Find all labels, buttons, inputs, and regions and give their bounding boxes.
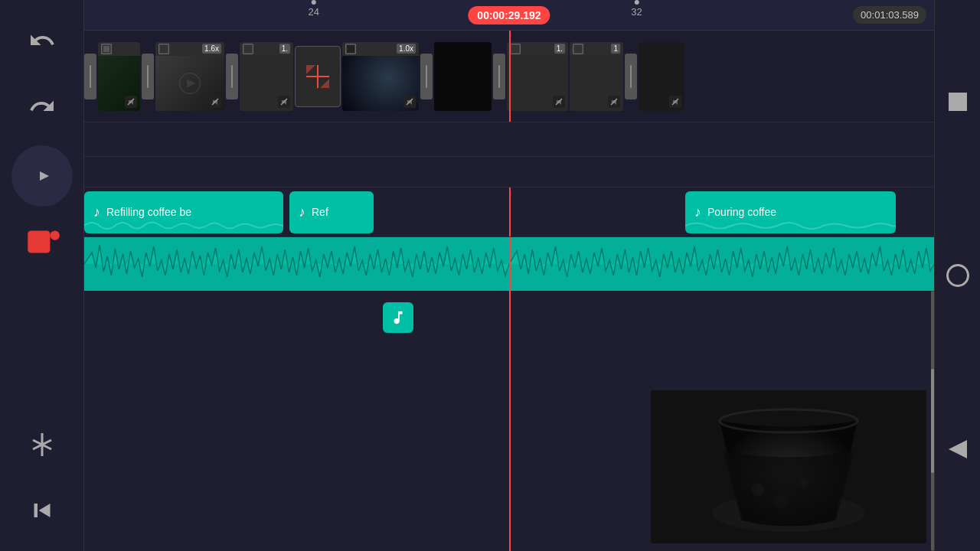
video-clip-7[interactable]: 1. xyxy=(507,42,568,111)
svg-marker-9 xyxy=(38,504,50,517)
skip-start-icon xyxy=(28,497,56,524)
scroll-indicator[interactable] xyxy=(931,291,934,551)
svg-line-7 xyxy=(33,445,42,449)
video-clip-9[interactable] xyxy=(639,42,684,111)
svg-line-5 xyxy=(33,440,42,445)
film-icon-2 xyxy=(158,44,169,54)
film-icon-7 xyxy=(510,44,521,54)
right-sidebar xyxy=(934,0,980,551)
waveform-1 xyxy=(84,218,283,233)
timeline-header: 24 00:00:29.192 32 00:01:03.589 xyxy=(84,0,934,31)
music-note-icon-2: ♪ xyxy=(299,204,305,220)
split-button[interactable] xyxy=(15,418,69,471)
clip-handle-3[interactable] xyxy=(226,54,238,99)
svg-marker-25 xyxy=(306,65,315,74)
svg-marker-48 xyxy=(949,440,967,458)
mute-icon-5 xyxy=(403,96,416,108)
clip-handle-9[interactable] xyxy=(625,54,637,99)
waveform-3 xyxy=(685,218,896,233)
playhead-bottom xyxy=(509,291,511,551)
record-icon xyxy=(23,223,61,261)
svg-rect-12 xyxy=(103,46,109,52)
mute-icon-1 xyxy=(125,96,137,108)
empty-track-2 xyxy=(84,157,934,187)
svg-rect-10 xyxy=(34,504,38,517)
speed-badge-7: 1. xyxy=(554,44,565,54)
speed-badge-2: 1.6x xyxy=(202,44,221,54)
video-clip-2[interactable]: 1.6x xyxy=(155,42,224,111)
clip-handle-2[interactable] xyxy=(142,54,154,99)
clip-handle-1[interactable] xyxy=(84,54,96,99)
mute-icon-2 xyxy=(209,96,221,108)
video-clip-5[interactable]: 1.0x xyxy=(342,42,419,111)
skip-start-button[interactable] xyxy=(15,484,69,537)
svg-rect-33 xyxy=(574,45,582,53)
record-button[interactable] xyxy=(19,219,65,265)
svg-point-45 xyxy=(773,494,789,509)
video-clip-1[interactable] xyxy=(98,42,140,111)
circle-button[interactable] xyxy=(931,249,981,302)
current-time-badge: 00:00:29.192 xyxy=(468,6,550,24)
music-clip-2[interactable]: ♪ Ref xyxy=(289,191,374,233)
stop-icon xyxy=(944,88,972,116)
mute-icon-8 xyxy=(608,96,620,108)
left-sidebar xyxy=(0,0,84,551)
transition-clip[interactable] xyxy=(295,46,341,107)
preview-image xyxy=(651,390,926,543)
video-clip-6[interactable] xyxy=(434,42,492,111)
svg-rect-30 xyxy=(511,45,519,53)
playhead-waveform xyxy=(509,237,511,291)
svg-line-8 xyxy=(42,445,51,449)
music-clip-1[interactable]: ♪ Refilling coffee be xyxy=(84,191,283,233)
video-track: 1.6x 1. xyxy=(84,31,934,122)
svg-rect-27 xyxy=(347,45,354,53)
film-icon-1 xyxy=(101,44,112,54)
svg-point-47 xyxy=(947,265,968,285)
svg-rect-2 xyxy=(28,230,50,253)
redo-button[interactable] xyxy=(15,80,69,133)
video-clip-8[interactable]: 1 xyxy=(570,42,623,111)
svg-rect-46 xyxy=(949,93,967,111)
svg-point-3 xyxy=(50,230,60,240)
svg-line-6 xyxy=(42,440,51,445)
timeline-area: 24 00:00:29.192 32 00:01:03.589 xyxy=(84,0,934,551)
stop-button[interactable] xyxy=(931,75,981,129)
preview-thumbnail xyxy=(651,390,926,543)
music-clips-row: ♪ Refilling coffee be ♪ Ref ♪ Pouring co… xyxy=(84,187,934,237)
speed-badge-3: 1. xyxy=(279,44,290,54)
bottom-tracks xyxy=(84,291,934,551)
time-marker-24: 24 xyxy=(308,0,318,18)
video-clip-3[interactable]: 1. xyxy=(240,42,293,111)
svg-marker-17 xyxy=(187,79,195,87)
redo-icon xyxy=(28,93,56,120)
play-icon xyxy=(28,162,56,190)
circle-icon xyxy=(944,262,972,289)
music-float-icon xyxy=(390,309,407,326)
svg-rect-20 xyxy=(244,45,252,53)
playhead-music xyxy=(509,187,511,236)
back-button[interactable] xyxy=(931,422,981,476)
undo-icon xyxy=(28,27,56,54)
film-icon-8 xyxy=(573,44,583,54)
split-icon xyxy=(28,431,56,458)
svg-point-43 xyxy=(752,484,764,496)
clip-thumb-img-6 xyxy=(434,42,492,111)
svg-rect-15 xyxy=(160,45,168,53)
floating-music-icon[interactable] xyxy=(383,302,413,333)
waveform-track xyxy=(84,237,934,291)
time-marker-32: 32 xyxy=(631,0,642,18)
clip-handle-5[interactable] xyxy=(420,54,433,99)
empty-track-1 xyxy=(84,122,934,157)
playhead xyxy=(509,31,511,122)
play-button[interactable] xyxy=(11,145,73,207)
mute-icon-9 xyxy=(669,96,681,108)
svg-marker-26 xyxy=(320,79,329,88)
film-icon-3 xyxy=(243,44,253,54)
film-icon-5 xyxy=(345,44,356,54)
back-icon xyxy=(944,435,972,463)
music-clip-3[interactable]: ♪ Pouring coffee xyxy=(685,191,896,233)
speed-badge-5: 1.0x xyxy=(397,44,416,54)
undo-button[interactable] xyxy=(15,14,69,67)
speed-badge-8: 1 xyxy=(611,44,620,54)
clip-handle-7[interactable] xyxy=(493,54,505,99)
